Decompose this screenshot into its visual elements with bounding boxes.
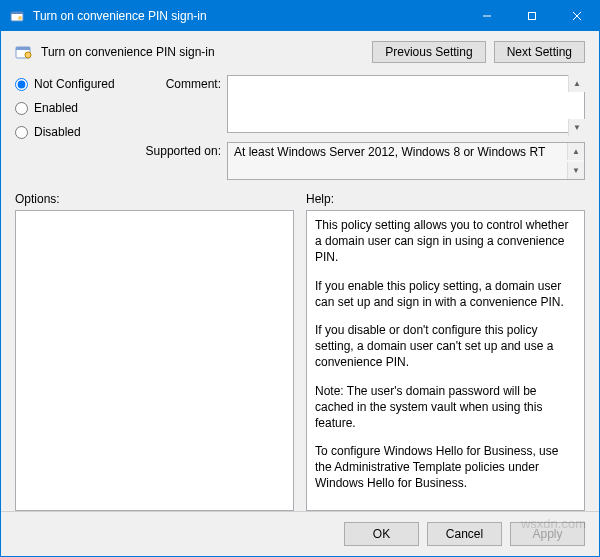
radio-label-disabled: Disabled [34,125,81,139]
supported-on-label: Supported on: [141,142,221,180]
close-button[interactable] [554,1,599,31]
comment-field[interactable] [227,75,585,133]
help-text: Note: The user's domain password will be… [315,383,576,432]
radio-disabled[interactable]: Disabled [15,125,135,139]
radio-input-enabled[interactable] [15,102,28,115]
help-text: To configure Windows Hello for Business,… [315,443,576,492]
radio-label-enabled: Enabled [34,101,78,115]
radio-input-disabled[interactable] [15,126,28,139]
policy-title-icon [9,8,25,24]
apply-button[interactable]: Apply [510,522,585,546]
supported-on-value: At least Windows Server 2012, Windows 8 … [234,145,545,159]
scroll-up-icon[interactable]: ▲ [567,143,584,160]
svg-point-2 [18,16,22,20]
state-radio-group: Not Configured Enabled Disabled [15,75,135,180]
comment-label: Comment: [141,75,221,136]
next-setting-button[interactable]: Next Setting [494,41,585,63]
supported-on-field: At least Windows Server 2012, Windows 8 … [227,142,585,180]
radio-input-not-configured[interactable] [15,78,28,91]
svg-point-9 [25,52,31,58]
titlebar[interactable]: Turn on convenience PIN sign-in [1,1,599,31]
scroll-down-icon[interactable]: ▼ [568,119,585,136]
dialog-footer: OK Cancel Apply [1,511,599,556]
scroll-down-icon[interactable]: ▼ [567,162,584,179]
maximize-button[interactable] [509,1,554,31]
help-text: If you disable or don't configure this p… [315,322,576,371]
policy-icon [15,43,33,61]
svg-rect-1 [11,12,23,14]
help-panel: This policy setting allows you to contro… [306,210,585,511]
radio-enabled[interactable]: Enabled [15,101,135,115]
radio-label-not-configured: Not Configured [34,77,115,91]
minimize-button[interactable] [464,1,509,31]
help-label: Help: [306,192,585,206]
options-label: Options: [15,192,294,206]
svg-rect-4 [528,13,535,20]
help-text: This policy setting allows you to contro… [315,217,576,266]
policy-heading: Turn on convenience PIN sign-in [41,45,364,59]
supported-scrollbar[interactable]: ▲ ▼ [567,143,584,179]
policy-editor-window: Turn on convenience PIN sign-in Turn on … [0,0,600,557]
previous-setting-button[interactable]: Previous Setting [372,41,485,63]
window-title: Turn on convenience PIN sign-in [33,9,464,23]
radio-not-configured[interactable]: Not Configured [15,77,135,91]
cancel-button[interactable]: Cancel [427,522,502,546]
scroll-up-icon[interactable]: ▲ [568,75,585,92]
help-text: If you enable this policy setting, a dom… [315,278,576,310]
options-panel [15,210,294,511]
ok-button[interactable]: OK [344,522,419,546]
comment-scrollbar[interactable]: ▲ ▼ [568,75,585,136]
svg-rect-8 [16,47,30,50]
